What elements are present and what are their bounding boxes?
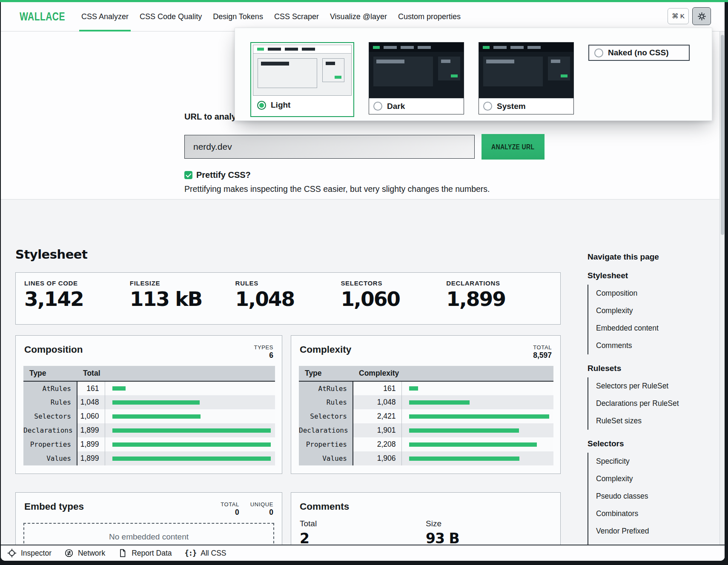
- complexity-panel: Complexity TOTAL 8,597 Type Complexity A…: [291, 335, 561, 474]
- bar: [112, 428, 271, 433]
- radio-dark[interactable]: [373, 102, 382, 111]
- theme-label-system: System: [497, 102, 526, 111]
- command-palette-button[interactable]: ⌘ K: [668, 8, 689, 24]
- network-icon: [64, 548, 74, 558]
- composition-panel: Composition TYPES 6 Type Total AtRules 1…: [15, 335, 282, 474]
- nav-custom-properties[interactable]: Custom properties: [393, 2, 466, 31]
- tab-report-data[interactable]: Report Data: [118, 548, 172, 558]
- nav-css-scraper[interactable]: CSS Scraper: [269, 2, 324, 31]
- embed-unique-badge: UNIQUE 0: [250, 501, 273, 517]
- tab-all-css[interactable]: {:} All CSS: [185, 549, 226, 558]
- bar: [409, 400, 470, 405]
- embed-total-badge: TOTAL 0: [221, 501, 239, 517]
- page-nav-heading-stylesheet[interactable]: Stylesheet: [588, 271, 695, 280]
- page-nav-item-ruleset-sizes[interactable]: RuleSet sizes: [588, 412, 695, 430]
- bar: [409, 414, 550, 419]
- bar: [409, 457, 519, 461]
- table-row: AtRules 161: [23, 381, 275, 395]
- composition-types-badge: TYPES 6: [254, 344, 273, 360]
- bar: [409, 386, 418, 391]
- theme-option-dark[interactable]: Dark: [369, 42, 464, 114]
- embed-types-title: Embed types: [24, 501, 84, 512]
- preview-logo-chip: [257, 48, 264, 51]
- wallace-logo[interactable]: WALLACE: [20, 2, 78, 31]
- theme-menu: Light Dark: [235, 28, 712, 121]
- page-nav-item-embedded-content[interactable]: Embedded content: [588, 320, 695, 337]
- nav-visualize-layer[interactable]: Visualize @layer: [324, 2, 393, 31]
- complexity-table: Type Complexity AtRules 161 Rules 1,048 …: [299, 366, 553, 465]
- nav-css-code-quality[interactable]: CSS Code Quality: [134, 2, 207, 31]
- composition-title: Composition: [24, 344, 83, 355]
- bar: [112, 414, 201, 419]
- page-nav-item-composition[interactable]: Composition: [588, 285, 695, 302]
- table-row: AtRules 161: [299, 381, 553, 395]
- top-accent-bar: [0, 0, 728, 2]
- app-window: WALLACE CSS Analyzer CSS Code Quality De…: [1, 2, 725, 561]
- page-nav-heading-rulesets[interactable]: Rulesets: [588, 364, 695, 373]
- theme-option-naked[interactable]: Naked (no CSS): [588, 45, 690, 61]
- stat-rules: RULES 1,048: [235, 280, 341, 324]
- prettify-note: Prettifying makes inspecting the CSS eas…: [184, 184, 490, 194]
- bar: [409, 428, 519, 433]
- page-nav: Navigate this page Stylesheet Compositio…: [588, 252, 695, 557]
- table-row: Values 1,899: [23, 451, 275, 465]
- composition-table: Type Total AtRules 161 Rules 1,048 Selec…: [23, 366, 275, 465]
- page-nav-item-specificity[interactable]: Specificity: [588, 453, 695, 470]
- bar: [112, 386, 126, 391]
- page-nav-item-selector-complexity[interactable]: Complexity: [588, 470, 695, 488]
- complexity-title: Complexity: [300, 344, 351, 355]
- page-nav-item-comments[interactable]: Comments: [588, 337, 695, 354]
- complexity-total-badge: TOTAL 8,597: [533, 344, 552, 360]
- comments-title: Comments: [300, 501, 349, 512]
- radio-system[interactable]: [483, 102, 492, 111]
- page-nav-heading-selectors[interactable]: Selectors: [588, 439, 695, 448]
- bar: [112, 457, 271, 461]
- prettify-label: Prettify CSS?: [196, 170, 251, 180]
- col-header-type: Type: [23, 366, 77, 381]
- sun-icon: [697, 11, 707, 21]
- theme-label-light: Light: [271, 100, 290, 110]
- page-nav-title: Navigate this page: [588, 252, 695, 262]
- preview-body: [253, 54, 351, 95]
- nav-css-analyzer[interactable]: CSS Analyzer: [76, 2, 134, 31]
- page-nav-item-combinators[interactable]: Combinators: [588, 505, 695, 522]
- preview-nav: [253, 45, 351, 54]
- theme-option-system[interactable]: System: [479, 42, 574, 114]
- col-header-type: Type: [299, 366, 353, 381]
- nav-design-tokens[interactable]: Design Tokens: [207, 2, 269, 31]
- table-row: Values 1,906: [299, 451, 553, 465]
- theme-preview-system: [479, 43, 573, 98]
- page-nav-item-selectors-per-ruleset[interactable]: Selectors per RuleSet: [588, 377, 695, 395]
- page-nav-item-complexity[interactable]: Complexity: [588, 302, 695, 320]
- radio-light[interactable]: [257, 101, 266, 110]
- col-header-complexity: Complexity: [353, 366, 553, 381]
- stat-lines-of-code: LINES OF CODE 3,142: [24, 280, 130, 324]
- theme-toggle-button[interactable]: [692, 7, 711, 25]
- main-nav: CSS Analyzer CSS Code Quality Design Tok…: [76, 2, 466, 31]
- page-nav-item-vendor-prefixed[interactable]: Vendor Prefixed: [588, 522, 695, 540]
- stat-selectors: SELECTORS 1,060: [341, 280, 446, 324]
- tab-inspector[interactable]: Inspector: [7, 548, 52, 558]
- table-row: Properties 1,899: [23, 437, 275, 451]
- bottom-tool-bar: Inspector Network Report Data {:} All CS…: [1, 545, 725, 561]
- scrollbar-thumb[interactable]: [721, 35, 724, 235]
- crosshair-icon: [7, 548, 17, 558]
- prettify-checkbox[interactable]: [184, 171, 192, 179]
- radio-naked[interactable]: [594, 49, 603, 57]
- theme-option-light[interactable]: Light: [250, 42, 354, 117]
- main-header: WALLACE CSS Analyzer CSS Code Quality De…: [1, 2, 725, 31]
- document-icon: [118, 548, 127, 558]
- table-row: Rules 1,048: [299, 395, 553, 409]
- page-nav-item-pseudo-classes[interactable]: Pseudo classes: [588, 488, 695, 505]
- page-nav-item-declarations-per-ruleset[interactable]: Declarations per RuleSet: [588, 395, 695, 412]
- table-row: Selectors 2,421: [299, 409, 553, 423]
- vertical-scrollbar[interactable]: [719, 31, 725, 561]
- stylesheet-stats-panel: LINES OF CODE 3,142 FILESIZE 113 kB RULE…: [15, 272, 561, 325]
- theme-label-dark: Dark: [387, 102, 405, 111]
- url-input[interactable]: [184, 135, 475, 159]
- braces-icon: {:}: [185, 549, 197, 557]
- analyze-url-button[interactable]: ANALYZE URL: [482, 134, 545, 160]
- tab-network[interactable]: Network: [64, 548, 105, 558]
- stat-filesize: FILESIZE 113 kB: [130, 280, 235, 324]
- col-header-total: Total: [77, 366, 275, 381]
